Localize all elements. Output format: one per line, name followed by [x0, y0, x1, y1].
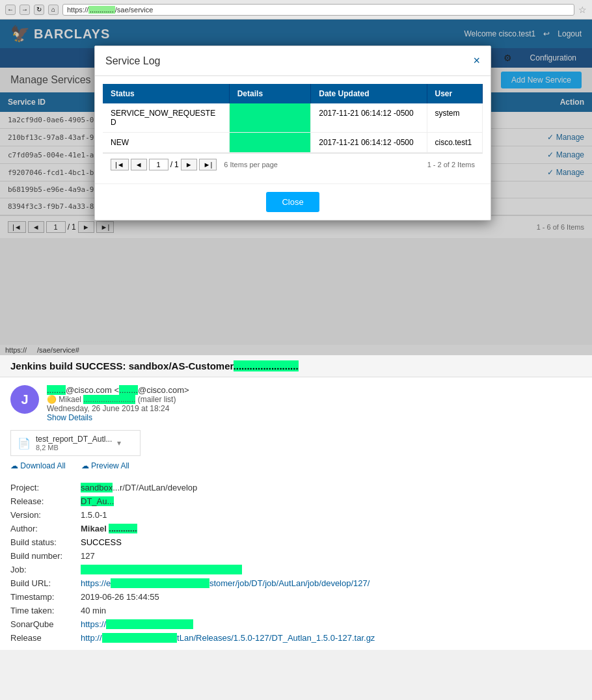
status-cell: SERVICE_NOW_REQUESTED [103, 103, 229, 133]
field-label: Release: [10, 496, 75, 506]
back-button[interactable]: ← [5, 5, 16, 15]
field-author: Author: Mikael ............ [10, 522, 582, 535]
date-cell: 2017-11-21 06:14:12 -0500 [311, 133, 427, 153]
field-label: Time taken: [10, 606, 75, 615]
email-sender-line: 🟡 Mikael ........................ (maile… [47, 395, 582, 404]
email-date: Wednesday, 26 June 2019 at 18:24 [47, 404, 582, 413]
download-all-link[interactable]: ☁ Download All [10, 461, 66, 470]
field-release-url: Release http://.........................… [10, 631, 582, 645]
release-highlight: DT_Au... [81, 496, 114, 506]
star-icon[interactable]: ☆ [578, 5, 587, 15]
attachment-icon: 📄 [18, 437, 31, 450]
modal-page-separator: / [170, 160, 172, 169]
forward-button[interactable]: → [20, 5, 30, 15]
url-prefix: https:// [67, 6, 88, 14]
modal-last-page-button[interactable]: ►| [199, 159, 217, 170]
modal-close-button[interactable]: × [473, 54, 480, 68]
refresh-button[interactable]: ↻ [34, 5, 44, 15]
field-job: Job: sandbox............................… [10, 563, 582, 576]
url-start: https://e [81, 578, 111, 588]
address-bar[interactable]: https://............/sae/service [62, 4, 574, 16]
modal-page-total: 1 [174, 160, 179, 169]
field-project: Project: sandbox...r/DT/AutLan/develop [10, 481, 582, 494]
modal-table-body: SERVICE_NOW_REQUESTED 2017-11-21 06:14:1… [103, 103, 483, 153]
release-url-highlight: ................................ [102, 633, 178, 643]
user-cell: system [427, 103, 482, 133]
field-label: Project: [10, 483, 75, 492]
attachment-size: 8,2 MB [36, 444, 112, 451]
sonar-url-start: https:// [81, 619, 106, 629]
attachment[interactable]: 📄 test_report_DT_Autl... 8,2 MB ▾ [10, 430, 141, 456]
field-timestamp: Timestamp: 2019-06-26 15:44:55 [10, 590, 582, 604]
modal-prev-page-button[interactable]: ◄ [131, 159, 147, 170]
field-value: 127 [81, 551, 95, 561]
field-value: 2019-06-26 15:44:55 [81, 592, 159, 602]
status-cell: NEW [103, 133, 229, 153]
from-email-2-highlight: ........ [119, 385, 138, 395]
cloud-preview-icon: ☁ [81, 461, 91, 470]
cloud-download-icon: ☁ [10, 461, 20, 470]
sonar-url-highlight: ..................................... [106, 619, 193, 629]
field-label: Release [10, 633, 75, 643]
modal-pagination-info: 1 - 2 of 2 Items [427, 161, 475, 168]
attachment-info: test_report_DT_Autl... 8,2 MB [36, 435, 112, 451]
release-url-start: http:// [81, 633, 102, 643]
modal-page-buttons: |◄ ◄ / 1 ► ►| 6 Items per page [111, 159, 278, 170]
field-value: sandbox...r/DT/AutLan/develop [81, 483, 197, 492]
field-build-number: Build number: 127 [10, 549, 582, 563]
modal-col-details: Details [229, 84, 311, 103]
url-path: /sae/service [115, 6, 154, 14]
from-email-1: @cisco.com [66, 385, 112, 395]
status-bar: https:// /sae/service# [0, 345, 592, 355]
modal-next-page-button[interactable]: ► [181, 159, 197, 170]
field-value[interactable]: http://................................t… [81, 633, 375, 643]
field-value[interactable]: https://................................… [81, 619, 193, 629]
url-highlight: ........................................… [111, 578, 209, 588]
preview-all-link[interactable]: ☁ Preview All [81, 461, 129, 470]
modal-content: Status Details Date Updated User SERVICE… [95, 76, 491, 183]
modal-page-number-input[interactable] [149, 159, 168, 170]
field-version: Version: 1.5.0-1 [10, 508, 582, 522]
modal-pagination: |◄ ◄ / 1 ► ►| 6 Items per page 1 - 2 of … [103, 153, 483, 176]
field-value: DT_Au... [81, 496, 114, 506]
url-highlighted: ............ [88, 6, 115, 14]
sender-suffix: (mailer list) [135, 395, 176, 404]
modal-col-status: Status [103, 84, 229, 103]
field-label: Build number: [10, 551, 75, 561]
sender-dot: 🟡 [47, 395, 59, 404]
field-label: Timestamp: [10, 592, 75, 602]
modal-first-page-button[interactable]: |◄ [111, 159, 129, 170]
project-highlight: sandbox [81, 483, 113, 492]
modal-col-date-updated: Date Updated [311, 84, 427, 103]
status-left: https:// [5, 346, 27, 354]
field-build-url: Build URL: https://e....................… [10, 576, 582, 590]
email-from: ........@cisco.com <........@cisco.com> [47, 385, 582, 395]
field-value[interactable]: https://e...............................… [81, 578, 370, 588]
attachment-chevron-icon: ▾ [117, 438, 121, 448]
email-separator: < [114, 385, 120, 395]
sender-highlight: ........................ [83, 395, 135, 404]
sender-name: Mikael [59, 395, 83, 404]
details-cell [229, 103, 311, 133]
attachment-name: test_report_DT_Autl... [36, 435, 112, 444]
field-value: 40 min [81, 606, 106, 615]
app-wrapper: 🦅 BARCLAYS Welcome cisco.test1 ↩ Logout … [0, 20, 592, 345]
modal-table: Status Details Date Updated User SERVICE… [103, 84, 483, 153]
modal-items-per-page: 6 Items per page [224, 161, 278, 168]
field-sonarqube: SonarQube https://......................… [10, 617, 582, 631]
email-subject: Jenkins build SUCCESS: sandbox/AS-Custom… [0, 355, 592, 377]
modal-header: Service Log × [95, 46, 491, 76]
job-highlight: sandbox.................................… [81, 565, 242, 574]
home-button[interactable]: ⌂ [48, 5, 59, 15]
field-label: SonarQube [10, 619, 75, 629]
modal-table-row: NEW 2017-11-21 06:14:12 -0500 cisco.test… [103, 133, 483, 153]
email-subject-highlight: ........................ [234, 360, 299, 371]
url-end: stomer/job/DT/job/AutLan/job/develop/127… [209, 578, 370, 588]
show-details-link[interactable]: Show Details [47, 413, 582, 422]
download-links: ☁ Download All ☁ Preview All [0, 456, 592, 476]
author-highlight: ............ [109, 524, 137, 533]
service-log-modal: Service Log × Status Details Date Update… [94, 46, 491, 221]
modal-title: Service Log [105, 55, 161, 67]
from-email-highlight: ........ [47, 385, 66, 395]
modal-close-btn[interactable]: Close [266, 192, 319, 212]
